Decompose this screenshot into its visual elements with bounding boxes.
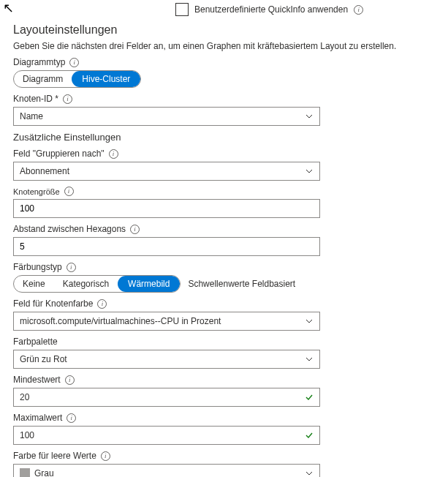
colortype-option-categorical[interactable]: Kategorisch [54,276,118,292]
diagram-type-label-row: Diagrammtyp i [13,57,435,67]
info-icon[interactable]: i [65,375,75,385]
colorfield-label: Feld für Knotenfarbe [13,298,93,309]
diagram-type-option-diagram[interactable]: Diagramm [14,71,72,87]
chevron-down-icon [305,469,314,477]
chevron-down-icon [305,167,314,176]
groupby-label-row: Feld "Gruppieren nach" i [13,149,435,159]
groupby-select[interactable]: Abonnement [13,162,320,181]
colortype-option-heatmap[interactable]: Wärmebild [118,276,180,292]
colortype-trailing: Schwellenwerte Feldbasiert [188,279,295,289]
info-icon[interactable]: i [69,58,79,67]
section-title: Layouteinstellungen [13,23,448,37]
info-icon[interactable]: i [64,187,74,196]
additional-settings-header: Zusätzliche Einstellungen [13,132,435,143]
emptycolor-select[interactable]: Grau [13,464,320,477]
nodesize-label: Knotengröße [13,187,60,196]
node-id-value: Name [20,111,43,121]
maxval-input[interactable]: 100 [13,426,320,445]
colorfield-value: microsoft.compute/virtualmachines--CPU i… [20,316,221,326]
chevron-down-icon [305,112,314,121]
chevron-down-icon [305,355,314,364]
palette-value: Grün zu Rot [20,354,67,364]
hexspacing-label-row: Abstand zwischen Hexagons i [13,224,435,234]
colortype-toggle: Keine Kategorisch Wärmebild [13,275,181,293]
colortype-label-row: Färbungstyp i [13,262,435,272]
section-hint: Geben Sie die nächsten drei Felder an, u… [13,41,435,51]
palette-select[interactable]: Grün zu Rot [13,350,320,369]
minval-label: Mindestwert [13,375,61,385]
info-icon[interactable]: i [109,149,118,159]
maxval-value: 100 [20,430,34,440]
colorfield-label-row: Feld für Knotenfarbe i [13,298,435,309]
colortype-label: Färbungstyp [13,262,62,272]
info-icon[interactable]: i [130,225,140,234]
check-icon [305,393,314,402]
hexspacing-label: Abstand zwischen Hexagons [13,224,126,234]
minval-value: 20 [20,392,29,402]
nodesize-input[interactable] [20,203,314,214]
node-id-label-row: Knoten-ID * i [13,94,435,104]
groupby-value: Abonnement [20,166,69,176]
diagram-type-option-hive[interactable]: Hive-Cluster [72,71,140,87]
minval-label-row: Mindestwert i [13,375,435,385]
chevron-down-icon [305,317,314,326]
palette-label-row: Farbpalette [13,337,435,347]
hexspacing-input[interactable] [20,241,314,252]
info-icon[interactable]: i [97,299,107,309]
nodesize-input-wrap [13,199,320,218]
colorfield-select[interactable]: microsoft.compute/virtualmachines--CPU i… [13,312,320,331]
nodesize-label-row: Knotengröße i [13,187,435,196]
check-icon [305,431,314,440]
color-swatch [20,468,30,477]
diagram-type-label: Diagrammtyp [13,57,65,67]
emptycolor-label-row: Farbe für leere Werte i [13,451,435,461]
emptycolor-label: Farbe für leere Werte [13,451,96,461]
node-id-label: Knoten-ID * [13,94,58,104]
maxval-label: Maximalwert [13,413,62,423]
node-id-select[interactable]: Name [13,107,320,126]
custom-tooltip-label: Benutzerdefinierte QuickInfo anwenden [194,4,348,15]
cursor-decor: ↖ [3,0,14,16]
diagram-type-toggle: Diagramm Hive-Cluster [13,70,141,88]
emptycolor-value: Grau [34,468,54,477]
groupby-label: Feld "Gruppieren nach" [13,149,105,159]
info-icon[interactable]: i [67,263,76,272]
custom-tooltip-checkbox[interactable] [175,3,189,16]
info-icon[interactable]: i [67,413,76,423]
info-icon[interactable]: i [101,451,110,461]
hexspacing-input-wrap [13,237,320,256]
info-icon[interactable]: i [63,94,72,104]
colortype-option-none[interactable]: Keine [14,276,54,292]
minval-input[interactable]: 20 [13,388,320,407]
maxval-label-row: Maximalwert i [13,413,435,423]
palette-label: Farbpalette [13,337,58,347]
custom-tooltip-row: Benutzerdefinierte QuickInfo anwenden i [175,3,448,16]
info-icon[interactable]: i [354,5,363,15]
